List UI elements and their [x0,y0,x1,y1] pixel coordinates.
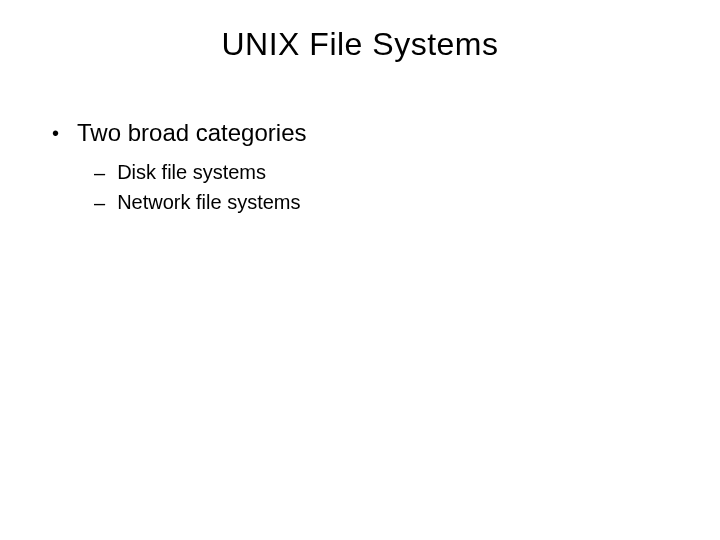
sub-item-text: Disk file systems [117,161,266,184]
bullet-item: • Two broad categories [40,119,690,147]
bullet-text: Two broad categories [77,119,306,147]
sub-item: – Network file systems [94,191,690,215]
sub-item-text: Network file systems [117,191,300,214]
sub-item: – Disk file systems [94,161,690,185]
dash-icon: – [94,161,105,185]
slide-content: • Two broad categories – Disk file syste… [30,119,690,215]
slide-title: UNIX File Systems [30,26,690,63]
slide: UNIX File Systems • Two broad categories… [0,0,720,540]
dash-icon: – [94,191,105,215]
sub-list: – Disk file systems – Network file syste… [40,161,690,215]
bullet-marker: • [52,119,59,147]
